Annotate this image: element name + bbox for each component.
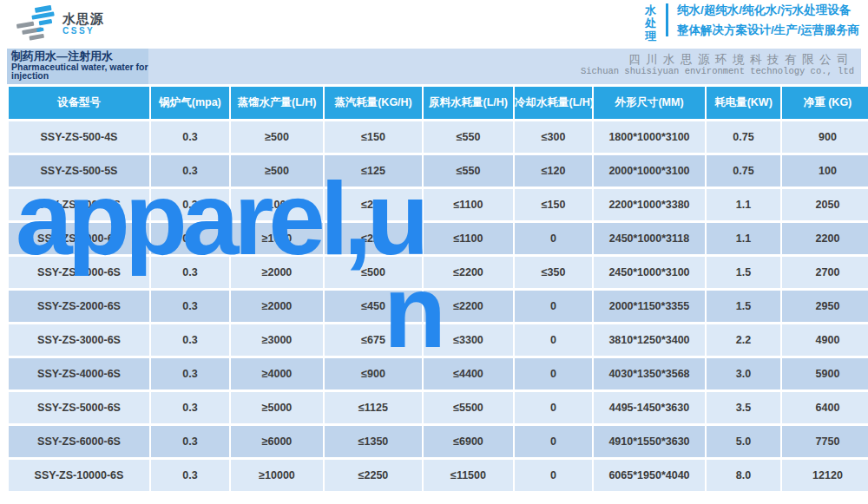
table-row: SSY-ZS-6000-6S0.3≥6000≤1350≤690004910*15… (9, 426, 868, 457)
section-title-cn: 制药用水—注射用水 (11, 50, 145, 62)
overlay-text-line-1: apparel,u (16, 167, 424, 270)
table-cell: ≤5500 (424, 392, 513, 423)
table-cell: 5900 (782, 358, 868, 389)
table-row: SSY-ZS-5000-6S0.3≥5000≤1125≤550004495-14… (9, 392, 868, 423)
table-cell: 1.5 (707, 291, 780, 322)
table-cell: ≤150 (325, 121, 422, 153)
table-cell: 0.3 (151, 324, 229, 356)
brand-name-en: CSSY (62, 26, 104, 36)
table-cell: ≤2250 (325, 460, 422, 491)
table-cell: SSY-ZS-2000-6S (9, 291, 149, 322)
cssy-logo-icon (16, 5, 57, 42)
table-cell: 0.3 (151, 121, 229, 153)
table-row: SSY-ZS-10000-6S0.3≥10000≤2250≤1150006065… (9, 460, 868, 491)
table-cell: ≥3000 (231, 324, 323, 356)
table-cell: SSY-ZS-3000-6S (9, 324, 149, 356)
table-cell: 1800*1000*3100 (594, 121, 705, 153)
table-cell: 2450*1000*3118 (594, 223, 705, 254)
table-cell: 0 (515, 392, 592, 423)
section-title-block: 制药用水—注射用水 Pharmaceutical water, water fo… (7, 49, 148, 84)
table-cell: 3810*1250*3400 (594, 324, 705, 356)
table-cell: ≤300 (515, 121, 592, 153)
table-cell: 0 (515, 460, 592, 491)
table-cell: 3.5 (707, 392, 780, 423)
header-cell: 蒸馏水产量(L/H) (231, 87, 323, 119)
table-cell: 2050 (782, 189, 868, 220)
table-cell: ≤550 (424, 121, 513, 153)
table-cell: ≤1100 (424, 189, 513, 220)
table-cell: SSY-ZS-6000-6S (9, 426, 149, 457)
table-cell: 4900 (782, 324, 868, 356)
table-cell: 0.3 (151, 291, 229, 322)
table-cell: 0 (515, 426, 592, 457)
table-cell: ≥5000 (231, 392, 323, 423)
top-bar: 水思源 CSSY 水处理 纯水/超纯水/纯化水/污水处理设备 整体解决方案设计/… (7, 0, 861, 49)
table-cell: 6065*1950*4040 (594, 460, 705, 491)
table-cell: 1.1 (707, 223, 780, 254)
table-cell: 6400 (782, 392, 868, 423)
page: 水思源 CSSY 水处理 纯水/超纯水/纯化水/污水处理设备 整体解决方案设计/… (0, 0, 868, 504)
header-cell: 耗电量(KW) (707, 87, 780, 119)
table-cell: 100 (782, 155, 868, 187)
table-cell: ≥500 (231, 121, 323, 153)
table-header-row: 设备型号锅炉气(mpa)蒸馏水产量(L/H)蒸汽耗量(KG/H)原料水耗量(L/… (9, 87, 868, 119)
table-cell: 0.3 (151, 392, 229, 423)
table-cell: ≤1350 (325, 426, 422, 457)
section-title-en: Pharmaceutical water, water for injectio… (11, 62, 148, 80)
header-cell: 外形尺寸(MM) (594, 87, 705, 119)
table-cell: ≤6900 (424, 426, 513, 457)
header-cell: 蒸汽耗量(KG/H) (325, 87, 422, 119)
table-cell: 0 (515, 291, 592, 322)
table-cell: 0 (515, 223, 592, 254)
table-cell: 0.3 (151, 460, 229, 491)
table-cell: 1.1 (707, 189, 780, 220)
table-cell: 8.0 (707, 460, 780, 491)
table-cell: 2200 (782, 223, 868, 254)
table-cell: 2200*1000*3380 (594, 189, 705, 220)
table-cell: 1.5 (707, 257, 780, 288)
tagline: 水处理 纯水/超纯水/纯化水/污水处理设备 整体解决方案设计/生产/运营服务商 (645, 3, 859, 43)
table-cell: 4030*1350*3568 (594, 358, 705, 389)
table-cell: 2000*1150*3355 (594, 291, 705, 322)
table-cell: 2.2 (707, 324, 780, 356)
overlay-text-line-2: n (384, 260, 441, 363)
table-cell: 2450*1000*3100 (594, 257, 705, 288)
table-cell: 3.0 (707, 358, 780, 389)
table-row: SSY-ZS-500-4S0.3≥500≤150≤550≤3001800*100… (9, 121, 868, 153)
brand-name: 水思源 CSSY (62, 12, 104, 36)
table-cell: 2700 (782, 257, 868, 288)
table-cell: 12120 (782, 460, 868, 491)
table-cell: SSY-ZS-4000-6S (9, 358, 149, 389)
company-name-cn: 四川水思源环境科技有限公司 (148, 53, 854, 66)
table-cell: 0.3 (151, 426, 229, 457)
header-cell: 冷却水耗量(L/H) (515, 87, 592, 119)
table-cell: ≥2000 (231, 291, 323, 322)
table-cell: 7750 (782, 426, 868, 457)
table-cell: 4910*1550*3630 (594, 426, 705, 457)
table-cell: 900 (782, 121, 868, 153)
table-cell: ≥6000 (231, 426, 323, 457)
section-banner: 制药用水—注射用水 Pharmaceutical water, water fo… (7, 49, 861, 84)
table-cell: 0.75 (707, 155, 780, 187)
table-cell: ≤1125 (325, 392, 422, 423)
table-cell: 4495-1450*3630 (594, 392, 705, 423)
header-cell: 锅炉气(mpa) (151, 87, 229, 119)
table-cell: 2950 (782, 291, 868, 322)
table-cell: SSY-ZS-5000-6S (9, 392, 149, 423)
brand-name-cn: 水思源 (62, 12, 104, 26)
table-cell: 2000*1000*3100 (594, 155, 705, 187)
brand-logo: 水思源 CSSY (16, 5, 104, 42)
table-cell: 5.0 (707, 426, 780, 457)
table-cell: 0.3 (151, 358, 229, 389)
company-block: 四川水思源环境科技有限公司 Sichuan shuisiyuan environ… (148, 49, 861, 84)
table-cell: 0 (515, 324, 592, 356)
table-cell: SSY-ZS-10000-6S (9, 460, 149, 491)
table-cell: ≤1100 (424, 223, 513, 254)
header-cell: 净重 (KG) (782, 87, 868, 119)
tagline-line-2: 整体解决方案设计/生产/运营服务商 (677, 23, 859, 36)
company-name-en: Sichuan shuisiyuan environment technolog… (148, 66, 854, 76)
header-cell: 原料水耗量(L/H) (424, 87, 513, 119)
table-cell: ≤350 (515, 257, 592, 288)
table-cell: ≥4000 (231, 358, 323, 389)
table-cell: ≤120 (515, 155, 592, 187)
